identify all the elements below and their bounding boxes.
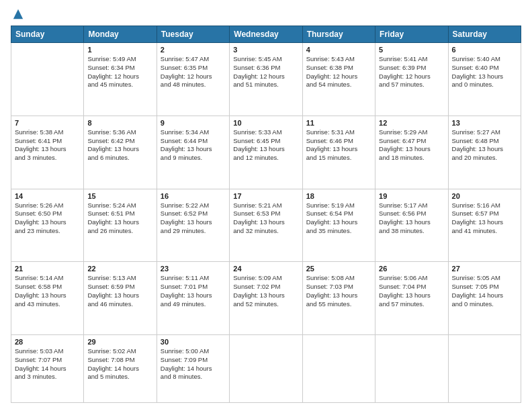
calendar-cell: 15Sunrise: 5:24 AMSunset: 6:51 PMDayligh… (84, 189, 157, 262)
weekday-header-sunday: Sunday (11, 26, 84, 43)
calendar-cell: 22Sunrise: 5:13 AMSunset: 6:59 PMDayligh… (84, 262, 157, 335)
day-info: Sunrise: 5:49 AMSunset: 6:34 PMDaylight:… (87, 55, 152, 89)
day-info: Sunrise: 5:21 AMSunset: 6:53 PMDaylight:… (233, 201, 298, 236)
day-number: 26 (379, 265, 444, 273)
calendar-table: SundayMondayTuesdayWednesdayThursdayFrid… (11, 26, 521, 403)
weekday-header-friday: Friday (375, 26, 448, 43)
calendar-cell: 17Sunrise: 5:21 AMSunset: 6:53 PMDayligh… (230, 189, 302, 262)
day-number: 4 (306, 46, 371, 54)
day-number: 10 (233, 119, 298, 127)
day-info: Sunrise: 5:47 AMSunset: 6:35 PMDaylight:… (161, 55, 226, 89)
calendar-cell: 9Sunrise: 5:34 AMSunset: 6:44 PMDaylight… (157, 116, 229, 189)
day-number: 16 (161, 192, 226, 200)
day-number: 30 (161, 338, 226, 346)
day-number: 11 (306, 119, 371, 127)
calendar-cell: 2Sunrise: 5:47 AMSunset: 6:35 PMDaylight… (157, 43, 229, 116)
day-info: Sunrise: 5:19 AMSunset: 6:54 PMDaylight:… (306, 201, 371, 236)
day-number: 15 (87, 192, 152, 200)
weekday-header-saturday: Saturday (448, 26, 521, 43)
calendar-cell (448, 335, 521, 403)
day-number: 19 (379, 192, 444, 200)
day-number: 2 (161, 46, 226, 54)
day-info: Sunrise: 5:24 AMSunset: 6:51 PMDaylight:… (87, 201, 152, 236)
calendar-cell (302, 335, 375, 403)
day-info: Sunrise: 5:38 AMSunset: 6:41 PMDaylight:… (15, 128, 80, 163)
svg-marker-0 (13, 9, 23, 19)
day-info: Sunrise: 5:26 AMSunset: 6:50 PMDaylight:… (15, 201, 80, 236)
day-info: Sunrise: 5:06 AMSunset: 7:04 PMDaylight:… (379, 274, 444, 308)
calendar-cell: 14Sunrise: 5:26 AMSunset: 6:50 PMDayligh… (11, 189, 84, 262)
day-number: 1 (87, 46, 152, 54)
day-number: 24 (233, 265, 298, 273)
day-info: Sunrise: 5:29 AMSunset: 6:47 PMDaylight:… (379, 128, 444, 163)
calendar-cell: 26Sunrise: 5:06 AMSunset: 7:04 PMDayligh… (375, 262, 448, 335)
day-info: Sunrise: 5:31 AMSunset: 6:46 PMDaylight:… (306, 128, 371, 163)
day-info: Sunrise: 5:02 AMSunset: 7:08 PMDaylight:… (87, 347, 152, 381)
day-number: 13 (452, 119, 517, 127)
day-info: Sunrise: 5:40 AMSunset: 6:40 PMDaylight:… (452, 55, 517, 89)
calendar-cell: 23Sunrise: 5:11 AMSunset: 7:01 PMDayligh… (157, 262, 229, 335)
calendar-cell: 21Sunrise: 5:14 AMSunset: 6:58 PMDayligh… (11, 262, 84, 335)
day-info: Sunrise: 5:11 AMSunset: 7:01 PMDaylight:… (161, 274, 226, 308)
day-info: Sunrise: 5:33 AMSunset: 6:45 PMDaylight:… (233, 128, 298, 163)
calendar-cell: 11Sunrise: 5:31 AMSunset: 6:46 PMDayligh… (302, 116, 375, 189)
calendar-cell (230, 335, 302, 403)
day-info: Sunrise: 5:09 AMSunset: 7:02 PMDaylight:… (233, 274, 298, 308)
day-info: Sunrise: 5:45 AMSunset: 6:36 PMDaylight:… (233, 55, 298, 89)
calendar-week-5: 28Sunrise: 5:03 AMSunset: 7:07 PMDayligh… (11, 335, 521, 403)
day-number: 29 (87, 338, 152, 346)
day-number: 3 (233, 46, 298, 54)
day-number: 6 (452, 46, 517, 54)
day-info: Sunrise: 5:00 AMSunset: 7:09 PMDaylight:… (161, 347, 226, 381)
day-info: Sunrise: 5:14 AMSunset: 6:58 PMDaylight:… (15, 274, 80, 308)
day-number: 8 (87, 119, 152, 127)
calendar-cell: 19Sunrise: 5:17 AMSunset: 6:56 PMDayligh… (375, 189, 448, 262)
day-info: Sunrise: 5:05 AMSunset: 7:05 PMDaylight:… (452, 274, 517, 308)
calendar-week-3: 14Sunrise: 5:26 AMSunset: 6:50 PMDayligh… (11, 189, 521, 262)
page: SundayMondayTuesdayWednesdayThursdayFrid… (0, 0, 532, 411)
calendar-cell: 7Sunrise: 5:38 AMSunset: 6:41 PMDaylight… (11, 116, 84, 189)
day-number: 9 (161, 119, 226, 127)
calendar-cell: 1Sunrise: 5:49 AMSunset: 6:34 PMDaylight… (84, 43, 157, 116)
weekday-header-wednesday: Wednesday (230, 26, 302, 43)
calendar-cell: 18Sunrise: 5:19 AMSunset: 6:54 PMDayligh… (302, 189, 375, 262)
day-number: 21 (15, 265, 80, 273)
calendar-cell: 16Sunrise: 5:22 AMSunset: 6:52 PMDayligh… (157, 189, 229, 262)
calendar-cell: 27Sunrise: 5:05 AMSunset: 7:05 PMDayligh… (448, 262, 521, 335)
day-info: Sunrise: 5:27 AMSunset: 6:48 PMDaylight:… (452, 128, 517, 163)
day-number: 17 (233, 192, 298, 200)
logo (11, 8, 24, 20)
calendar-week-4: 21Sunrise: 5:14 AMSunset: 6:58 PMDayligh… (11, 262, 521, 335)
weekday-header-tuesday: Tuesday (157, 26, 229, 43)
day-number: 5 (379, 46, 444, 54)
day-info: Sunrise: 5:34 AMSunset: 6:44 PMDaylight:… (161, 128, 226, 163)
day-number: 14 (15, 192, 80, 200)
day-number: 7 (15, 119, 80, 127)
calendar-week-2: 7Sunrise: 5:38 AMSunset: 6:41 PMDaylight… (11, 116, 521, 189)
calendar-cell: 10Sunrise: 5:33 AMSunset: 6:45 PMDayligh… (230, 116, 302, 189)
day-number: 22 (87, 265, 152, 273)
day-info: Sunrise: 5:22 AMSunset: 6:52 PMDaylight:… (161, 201, 226, 236)
calendar-cell: 5Sunrise: 5:41 AMSunset: 6:39 PMDaylight… (375, 43, 448, 116)
day-info: Sunrise: 5:08 AMSunset: 7:03 PMDaylight:… (306, 274, 371, 308)
day-info: Sunrise: 5:36 AMSunset: 6:42 PMDaylight:… (87, 128, 152, 163)
calendar-cell: 3Sunrise: 5:45 AMSunset: 6:36 PMDaylight… (230, 43, 302, 116)
calendar-cell: 25Sunrise: 5:08 AMSunset: 7:03 PMDayligh… (302, 262, 375, 335)
header (11, 8, 521, 20)
day-number: 28 (15, 338, 80, 346)
day-info: Sunrise: 5:03 AMSunset: 7:07 PMDaylight:… (15, 347, 80, 381)
day-number: 12 (379, 119, 444, 127)
weekday-header-monday: Monday (84, 26, 157, 43)
day-info: Sunrise: 5:13 AMSunset: 6:59 PMDaylight:… (87, 274, 152, 308)
calendar-cell (11, 43, 84, 116)
calendar-cell: 30Sunrise: 5:00 AMSunset: 7:09 PMDayligh… (157, 335, 229, 403)
day-number: 25 (306, 265, 371, 273)
day-number: 20 (452, 192, 517, 200)
calendar-cell: 8Sunrise: 5:36 AMSunset: 6:42 PMDaylight… (84, 116, 157, 189)
calendar-cell: 28Sunrise: 5:03 AMSunset: 7:07 PMDayligh… (11, 335, 84, 403)
calendar-cell: 4Sunrise: 5:43 AMSunset: 6:38 PMDaylight… (302, 43, 375, 116)
weekday-header-row: SundayMondayTuesdayWednesdayThursdayFrid… (11, 26, 521, 43)
calendar-week-1: 1Sunrise: 5:49 AMSunset: 6:34 PMDaylight… (11, 43, 521, 116)
day-info: Sunrise: 5:17 AMSunset: 6:56 PMDaylight:… (379, 201, 444, 236)
calendar-cell: 24Sunrise: 5:09 AMSunset: 7:02 PMDayligh… (230, 262, 302, 335)
